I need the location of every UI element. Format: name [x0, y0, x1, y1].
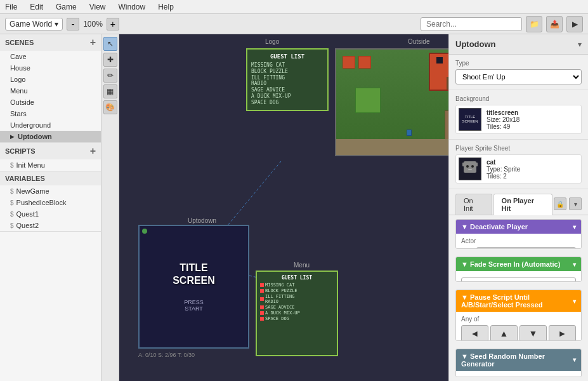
speed-select[interactable]: Speed 1 (Faster) — [461, 277, 576, 282]
menu-quest-title: GUEST LIST — [260, 275, 334, 281]
menu-window[interactable]: Window — [116, 1, 148, 13]
canvas-viewport[interactable]: Logo GUEST LIST MISSING CAT BLOCK PUZZLE… — [119, 34, 448, 381]
sprite-type: Type: Sprite — [487, 166, 520, 173]
canvas-area[interactable]: ↖ ✚ ✏ ▦ 🎨 Logo GUEST LIST MISSI — [101, 34, 448, 381]
toolbar: Game World ▾ - 100% + 📁 📤 ▶ — [0, 14, 588, 34]
tab-on-player-hit[interactable]: On Player Hit — [493, 194, 552, 215]
search-input[interactable] — [421, 17, 522, 31]
seed-random-body: Place this to run in response to user in… — [456, 371, 581, 377]
scripts-section: SCRIPTS + $Init Menu — [0, 143, 101, 171]
sprite-thumb — [459, 157, 481, 180]
pause-script-title: ▼ Pause Script Until A/B/Start/Select Pr… — [461, 293, 573, 309]
menu-view[interactable]: View — [87, 1, 108, 13]
scenes-section: SCENES + Cave House Logo Menu Outside St… — [0, 34, 101, 143]
sprite-item[interactable]: cat Type: Sprite Tiles: 2 — [455, 154, 582, 184]
folder-button[interactable]: 📁 — [526, 16, 542, 32]
sidebar-item-menu[interactable]: Menu — [0, 85, 101, 97]
tile-tool[interactable]: ▦ — [103, 84, 117, 98]
type-select[interactable]: Shoot Em' Up — [455, 69, 582, 84]
tab-menu-button[interactable]: ▾ — [569, 197, 582, 210]
deactivate-player-header[interactable]: ▼ Deactivate Player ▾ — [456, 220, 581, 234]
panel-chevron[interactable]: ▾ — [578, 40, 582, 49]
var-pushed-ice-block[interactable]: PushedIceBlock — [0, 197, 101, 208]
sidebar-item-logo[interactable]: Logo — [0, 74, 101, 85]
sidebar: SCENES + Cave House Logo Menu Outside St… — [0, 34, 101, 381]
variables-section: VARIABLES NewGame PushedIceBlock Quest1 … — [0, 171, 101, 232]
menubar: File Edit Game View Window Help — [0, 0, 588, 14]
dpad-left[interactable]: ◄ — [461, 325, 488, 340]
fade-screen-header[interactable]: ▼ Fade Screen In (Automatic) ▾ — [456, 257, 581, 271]
lock-button[interactable]: 🔒 — [554, 197, 566, 210]
export-button[interactable]: 📤 — [546, 16, 563, 32]
scripts-add-button[interactable]: + — [90, 146, 96, 156]
dpad-right[interactable]: ► — [549, 325, 576, 340]
background-info: titlescreen Size: 20x18 Tiles: 49 — [487, 109, 519, 130]
scenes-header[interactable]: SCENES + — [0, 34, 101, 51]
zoom-in-button[interactable]: + — [107, 18, 119, 30]
dpad-up[interactable]: ▲ — [490, 325, 518, 340]
sidebar-item-uptodown[interactable]: ▶Uptodown — [0, 131, 101, 142]
tab-actions: 🔒 ▾ — [554, 197, 582, 210]
fade-screen-title: ▼ Fade Screen In (Automatic) — [461, 260, 560, 268]
panel-title: Uptodown — [455, 39, 496, 49]
menu-edit[interactable]: Edit — [27, 1, 46, 13]
tools-panel: ↖ ✚ ✏ ▦ 🎨 — [101, 34, 119, 381]
quest-item-1: BLOCK PUZZLE — [251, 69, 323, 74]
seed-chevron: ▾ — [573, 356, 576, 363]
menu-game[interactable]: Game — [53, 1, 79, 13]
sprite-name: cat — [487, 159, 520, 166]
logo-scene[interactable]: GUEST LIST MISSING CAT BLOCK PUZZLE ILL … — [246, 48, 329, 111]
zoom-out-button[interactable]: - — [67, 18, 79, 30]
sidebar-item-cave[interactable]: Cave — [0, 51, 101, 62]
uptodown-scene[interactable]: TITLESCREEN PRESSSTART — [138, 225, 249, 349]
background-tiles: Tiles: 49 — [487, 123, 519, 130]
actor-select[interactable]: Player — [476, 247, 576, 249]
pause-script-block: ▼ Pause Script Until A/B/Start/Select Pr… — [455, 290, 582, 340]
menu-item-1: BLOCK PUZZLE — [260, 288, 334, 293]
actor-select-row: Player — [461, 247, 576, 249]
add-tool[interactable]: ✚ — [103, 53, 117, 67]
logo-scene-label: Logo — [265, 38, 279, 45]
sidebar-item-underground[interactable]: Underground — [0, 119, 101, 131]
deactivate-chevron: ▾ — [573, 224, 576, 231]
menu-help[interactable]: Help — [155, 1, 176, 13]
menu-item-4: A DUCK MIX-UP — [260, 311, 334, 316]
sidebar-item-house[interactable]: House — [0, 62, 101, 74]
dpad-down[interactable]: ▼ — [519, 325, 547, 340]
any-of-label: Any of — [461, 316, 576, 323]
menu-file[interactable]: File — [3, 1, 20, 13]
sidebar-item-outside[interactable]: Outside — [0, 97, 101, 108]
select-tool[interactable]: ↖ — [103, 37, 117, 51]
background-item[interactable]: TITLE SCREEN titlescreen Size: 20x18 Til… — [455, 105, 582, 134]
sidebar-item-init-menu[interactable]: $Init Menu — [0, 159, 101, 171]
play-button[interactable]: ▶ — [566, 16, 583, 32]
world-select[interactable]: Game World ▾ — [5, 18, 63, 30]
press-start-text: PRESSSTART — [184, 299, 204, 312]
pause-script-header[interactable]: ▼ Pause Script Until A/B/Start/Select Pr… — [456, 290, 581, 312]
svg-rect-7 — [468, 169, 472, 170]
scenes-add-button[interactable]: + — [90, 37, 96, 48]
title-screen-title: TITLESCREEN — [173, 262, 215, 286]
fade-screen-body: Speed 1 (Faster) — [456, 271, 581, 282]
outside-scene[interactable] — [335, 48, 448, 156]
var-quest1[interactable]: Quest1 — [0, 208, 101, 220]
seed-random-header[interactable]: ▼ Seed Random Number Generator ▾ — [456, 349, 581, 371]
sprite-section: Player Sprite Sheet cat Type: Sprite — [449, 140, 588, 189]
menu-scene[interactable]: GUEST LIST MISSING CAT BLOCK PUZZLE ILL … — [256, 271, 338, 356]
tab-on-init[interactable]: On Init — [455, 194, 492, 215]
quest-item-5: SPACE DOG — [251, 100, 323, 105]
right-panel: Uptodown ▾ Type Shoot Em' Up Background … — [448, 34, 588, 381]
draw-tool[interactable]: ✏ — [103, 69, 117, 83]
script-tabs: On Init On Player Hit 🔒 ▾ — [449, 189, 588, 215]
quest-item-3: SAGE ADVICE — [251, 87, 323, 93]
outside-scene-label: Outside — [408, 38, 429, 45]
var-new-game[interactable]: NewGame — [0, 185, 101, 197]
quest-item-4: A DUCK MIX-UP — [251, 93, 323, 99]
seed-random-title: ▼ Seed Random Number Generator — [461, 352, 573, 368]
variables-header[interactable]: VARIABLES — [0, 171, 101, 185]
var-quest2[interactable]: Quest2 — [0, 220, 101, 231]
sidebar-item-stars[interactable]: Stars — [0, 108, 101, 119]
paint-tool[interactable]: 🎨 — [103, 100, 117, 114]
sprite-label: Player Sprite Sheet — [455, 145, 582, 152]
scripts-header[interactable]: SCRIPTS + — [0, 143, 101, 159]
